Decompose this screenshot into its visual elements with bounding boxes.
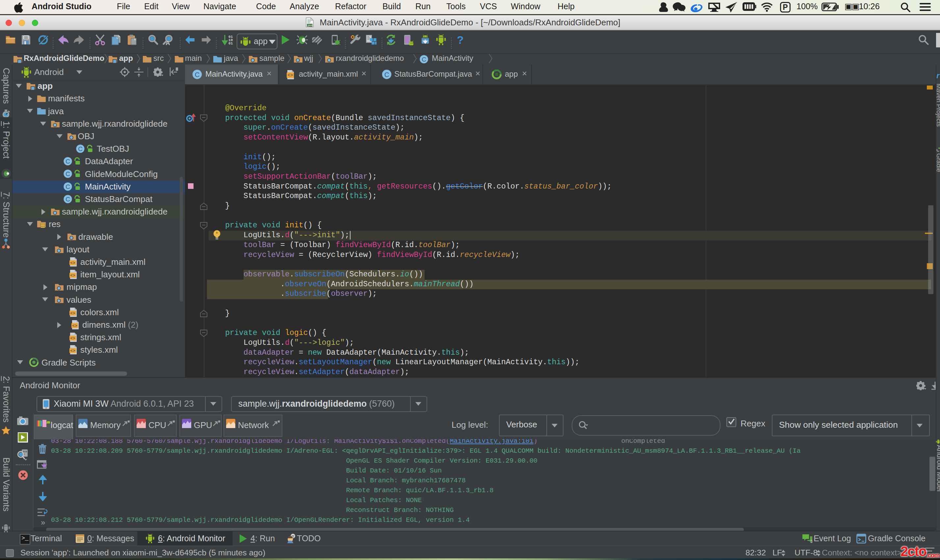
svg-text:<>: <> <box>70 348 75 353</box>
svg-text:A: A <box>166 40 170 45</box>
svg-text:C: C <box>66 196 70 203</box>
svg-text:C: C <box>78 145 83 152</box>
svg-text:<>: <> <box>70 260 75 265</box>
svg-text:C: C <box>66 171 70 178</box>
svg-text:<>: <> <box>70 336 75 341</box>
svg-text:<>: <> <box>70 273 75 278</box>
svg-text:C: C <box>66 183 70 190</box>
svg-text:C: C <box>385 71 389 78</box>
svg-text:C: C <box>195 71 200 78</box>
svg-text:3: 3 <box>810 539 812 543</box>
svg-text:C: C <box>422 56 426 63</box>
svg-text:<>: <> <box>72 323 77 328</box>
svg-text:<>: <> <box>288 73 293 78</box>
svg-text:01: 01 <box>228 42 233 45</box>
svg-text:P: P <box>783 3 788 12</box>
svg-text:C: C <box>66 158 70 165</box>
svg-text:<>: <> <box>70 311 75 315</box>
